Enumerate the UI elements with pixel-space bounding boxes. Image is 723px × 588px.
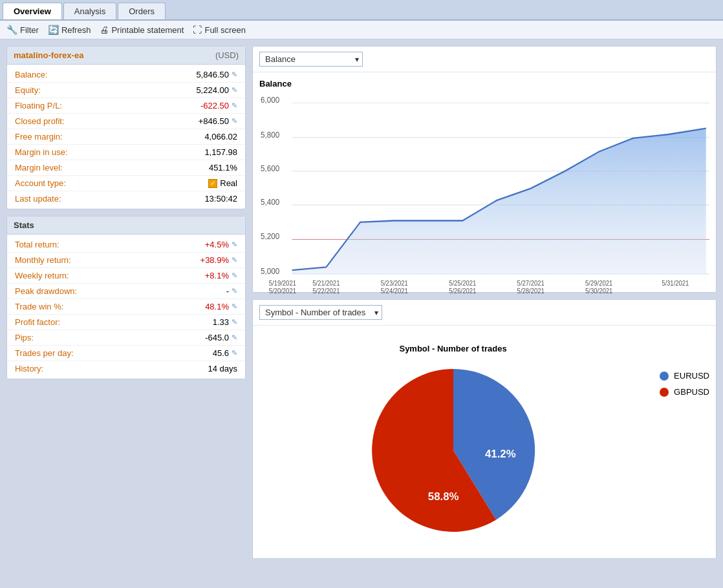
stats-card: Stats Total return:+4.5%✎Monthly return:…	[6, 216, 246, 379]
filter-button[interactable]: 🔧 Filter	[6, 25, 39, 35]
left-column: matalino-forex-ea (USD) Balance:5,846.50…	[6, 46, 246, 559]
eurusd-label: 41.2%	[485, 448, 516, 460]
stats-row-value-0: +4.5%	[205, 240, 229, 249]
stats-card-body: Total return:+4.5%✎Monthly return:+38.9%…	[7, 235, 245, 379]
stats-row-7: Trades per day:45.6✎	[7, 346, 245, 361]
toolbar: 🔧 Filter 🔄 Refresh 🖨 Printable statement…	[0, 21, 723, 39]
stats-row-label-3: Peak drawdown:	[15, 286, 77, 296]
legend-gbpusd: GBPUSD	[660, 387, 709, 397]
stats-edit-icon-5[interactable]: ✎	[232, 318, 237, 326]
balance-dropdown-wrapper[interactable]: Balance	[259, 52, 363, 67]
pie-chart-card: Symbol - Number of trades Symbol - Numbe…	[252, 299, 717, 559]
print-icon: 🖨	[100, 25, 109, 35]
refresh-label: Refresh	[61, 25, 91, 35]
svg-text:5/21/2021: 5/21/2021	[312, 280, 340, 288]
balance-chart-title: Balance	[259, 79, 709, 89]
refresh-icon: 🔄	[48, 25, 59, 35]
svg-text:5/28/2021: 5/28/2021	[517, 288, 545, 295]
stats-card-header: Stats	[7, 216, 245, 235]
account-row-value-5: 1,157.98	[204, 147, 237, 157]
account-currency: (USD)	[215, 50, 239, 60]
stats-edit-icon-0[interactable]: ✎	[232, 240, 237, 249]
stats-edit-icon-2[interactable]: ✎	[232, 271, 237, 280]
stats-edit-icon-4[interactable]: ✎	[232, 302, 237, 311]
account-row-label-2: Floating P/L:	[15, 101, 62, 110]
print-button[interactable]: 🖨 Printable statement	[100, 25, 184, 35]
account-row-label-4: Free margin:	[15, 132, 63, 142]
pie-dropdown[interactable]: Symbol - Number of trades	[259, 305, 382, 320]
edit-icon-3[interactable]: ✎	[232, 117, 237, 125]
refresh-button[interactable]: 🔄 Refresh	[48, 25, 91, 35]
stats-row-8: History:14 days	[7, 361, 245, 376]
account-row-label-5: Margin in use:	[15, 147, 68, 157]
account-row-0: Balance:5,846.50✎	[7, 67, 245, 83]
stats-edit-icon-3[interactable]: ✎	[232, 287, 237, 295]
stats-row-label-8: History:	[15, 364, 43, 373]
svg-text:5/23/2021: 5/23/2021	[381, 280, 409, 288]
tab-overview[interactable]: Overview	[3, 3, 62, 19]
account-row-8: Last update:13:50:42	[7, 191, 245, 206]
stats-row-4: Trade win %:48.1%✎	[7, 299, 245, 315]
account-row-2: Floating P/L:-622.50✎	[7, 98, 245, 114]
account-row-label-7: Account type:	[15, 178, 66, 188]
filter-label: Filter	[20, 25, 39, 35]
account-row-label-3: Closed profit:	[15, 116, 65, 126]
stats-row-value-1: +38.9%	[200, 255, 229, 265]
balance-dropdown[interactable]: Balance	[259, 52, 363, 67]
stats-row-6: Pips:-645.0✎	[7, 330, 245, 346]
stats-row-value-7: 45.6	[213, 348, 229, 358]
pie-dropdown-wrapper[interactable]: Symbol - Number of trades	[259, 305, 382, 320]
edit-icon-0[interactable]: ✎	[232, 70, 237, 79]
stats-edit-icon-6[interactable]: ✎	[232, 333, 237, 342]
account-row-3: Closed profit:+846.50✎	[7, 114, 245, 129]
account-row-4: Free margin:4,066.02	[7, 129, 245, 145]
account-row-value-0: 5,846.50	[196, 70, 229, 79]
svg-text:5/30/2021: 5/30/2021	[585, 288, 613, 295]
account-card-body: Balance:5,846.50✎Equity:5,224.00✎Floatin…	[7, 65, 245, 209]
tabs-bar: Overview Analysis Orders	[0, 0, 723, 21]
stats-edit-icon-1[interactable]: ✎	[232, 256, 237, 264]
svg-text:5/22/2021: 5/22/2021	[312, 288, 340, 295]
legend-eurusd: EURUSD	[660, 371, 709, 381]
svg-text:5/31/2021: 5/31/2021	[662, 280, 689, 288]
account-card: matalino-forex-ea (USD) Balance:5,846.50…	[6, 46, 246, 209]
stats-row-value-2: +8.1%	[205, 271, 229, 280]
account-row-value-2: -622.50	[200, 101, 229, 110]
pie-chart-area: Symbol - Number of trades	[253, 326, 716, 558]
tab-orders[interactable]: Orders	[118, 3, 166, 19]
stats-row-label-2: Weekly return:	[15, 271, 69, 280]
gbpusd-legend-dot	[660, 388, 669, 397]
stats-row-value-3: -	[226, 286, 229, 296]
filter-icon: 🔧	[6, 25, 17, 35]
stats-row-2: Weekly return:+8.1%✎	[7, 268, 245, 284]
account-row-1: Equity:5,224.00✎	[7, 83, 245, 98]
account-row-value-8: 13:50:42	[204, 194, 237, 204]
fullscreen-button[interactable]: ⛶ Full screen	[193, 25, 246, 35]
main-content: matalino-forex-ea (USD) Balance:5,846.50…	[0, 39, 723, 565]
tab-analysis[interactable]: Analysis	[63, 3, 116, 19]
svg-text:5,000: 5,000	[261, 266, 279, 276]
account-row-value-6: 451.1%	[209, 163, 237, 173]
svg-text:5,400: 5,400	[261, 198, 279, 207]
eurusd-legend-dot	[660, 372, 669, 381]
account-type-checkbox: ✓	[208, 179, 217, 188]
stats-row-label-1: Monthly return:	[15, 255, 71, 265]
edit-icon-1[interactable]: ✎	[232, 86, 237, 94]
stats-row-value-5: 1.33	[213, 317, 229, 327]
svg-text:5,800: 5,800	[261, 130, 279, 140]
stats-row-5: Profit factor:1.33✎	[7, 315, 245, 330]
account-row-label-6: Margin level:	[15, 163, 63, 173]
edit-icon-2[interactable]: ✎	[232, 101, 237, 110]
balance-chart-svg: 6,000 5,800 5,600 5,400 5,200 5,000	[259, 92, 709, 302]
stats-row-label-0: Total return:	[15, 240, 59, 249]
gbpusd-label: 58.8%	[427, 490, 459, 503]
svg-text:5/27/2021: 5/27/2021	[517, 280, 545, 288]
account-row-6: Margin level:451.1%	[7, 160, 245, 176]
account-row-7: Account type:✓Real	[7, 176, 245, 191]
stats-edit-icon-7[interactable]: ✎	[232, 349, 237, 357]
stats-row-label-7: Trades per day:	[15, 348, 74, 358]
pie-chart-svg: 41.2% 58.8%	[363, 360, 544, 541]
balance-chart-area: Balance 6,000 5,800 5,600 5,400 5,200 5,…	[253, 72, 716, 292]
svg-marker-13	[292, 129, 706, 274]
account-name: matalino-forex-ea	[14, 50, 83, 60]
